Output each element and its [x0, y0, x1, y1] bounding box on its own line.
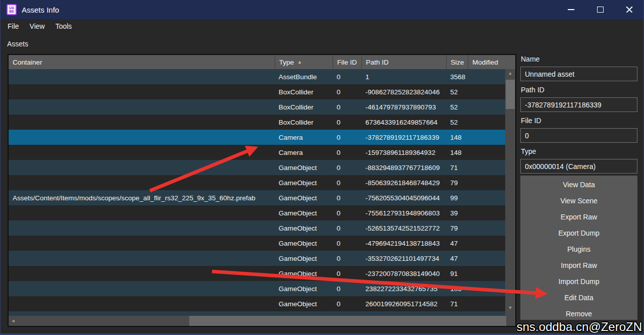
minimize-button[interactable] [556, 0, 585, 19]
menu-file[interactable]: File [7, 21, 20, 31]
column-header-type[interactable]: Type ▲ [275, 55, 333, 69]
table-row[interactable]: GameObject0-755612793194890680339 [9, 205, 505, 220]
window-title: Assets Info [22, 6, 59, 14]
cell-path-id: 1 [361, 73, 446, 81]
close-button[interactable] [615, 0, 644, 19]
cell-file-id: 0 [333, 73, 361, 81]
asset-details-panel: Name Path ID File ID Type View Data View… [520, 52, 637, 320]
horizontal-scroll-track[interactable] [18, 316, 496, 326]
name-input[interactable] [520, 67, 637, 81]
cell-type: GameObject [275, 209, 333, 217]
export-raw-button[interactable]: Export Raw [520, 209, 637, 225]
table-row[interactable]: GameObject0-479694219413871884347 [9, 236, 505, 251]
scroll-up-icon[interactable]: ▲ [505, 69, 515, 77]
cell-file-id: 0 [333, 179, 361, 187]
cell-path-id: -5265135742521522772 [361, 225, 446, 232]
path-id-input[interactable] [520, 97, 637, 112]
edit-data-button[interactable]: Edit Data [520, 290, 637, 306]
table-row[interactable]: Camera0-3782789192117186339148 [9, 130, 505, 145]
table-row[interactable] [9, 311, 505, 316]
table-header: Container Type ▲ File ID Path ID Size Mo… [9, 55, 515, 69]
cell-size: 71 [446, 164, 468, 172]
cell-type: GameObject [275, 179, 333, 187]
file-id-label: File ID [521, 117, 637, 126]
import-raw-button[interactable]: Import Raw [520, 257, 637, 273]
cell-path-id: -7556127931948906803 [361, 209, 446, 217]
cell-size: 52 [446, 119, 468, 126]
cell-size: 52 [446, 88, 468, 96]
cell-type: GameObject [275, 285, 333, 293]
cell-size: 148 [446, 149, 468, 156]
maximize-button[interactable] [585, 0, 615, 19]
cell-file-id: 0 [333, 255, 361, 262]
cell-size: 91 [446, 270, 468, 277]
cell-path-id: 2382272233432765735 [361, 285, 446, 293]
cell-type: BoxCollider [275, 103, 333, 111]
table-row[interactable]: Camera0-159738961189364932148 [9, 145, 505, 160]
uabe-app-icon: UA BE [7, 4, 17, 15]
file-id-input[interactable] [520, 128, 637, 143]
scroll-left-icon[interactable]: ◄ [9, 316, 18, 326]
cell-type: GameObject [275, 164, 333, 172]
cell-path-id: -8506392618468748429 [361, 179, 446, 187]
table-row[interactable]: BoxCollider0-908627825282382404652 [9, 84, 505, 99]
cell-path-id: 6736433916249857664 [361, 119, 446, 126]
column-header-file-id[interactable]: File ID [333, 55, 361, 69]
cell-file-id: 0 [333, 225, 361, 232]
horizontal-scrollbar[interactable]: ◄ ► [9, 316, 515, 326]
vertical-scrollbar[interactable]: ▲ ▼ [505, 69, 515, 316]
cell-type: Camera [275, 149, 333, 156]
assets-table: Container Type ▲ File ID Path ID Size Mo… [8, 54, 516, 327]
menu-tools[interactable]: Tools [55, 21, 73, 31]
table-body: AssetBundle013568BoxCollider0-9086278252… [9, 69, 505, 316]
cell-path-id: -7562055304045096044 [361, 194, 446, 202]
close-icon [626, 6, 633, 13]
table-row[interactable]: GameObject0-526513574252152277279 [9, 220, 505, 236]
cell-file-id: 0 [333, 240, 361, 247]
column-header-size[interactable]: Size [446, 55, 468, 69]
cell-size: 52 [446, 103, 468, 111]
table-row[interactable]: GameObject02382272233432765735103 [9, 281, 505, 296]
table-row[interactable]: GameObject0-850639261846874842979 [9, 175, 505, 190]
table-row[interactable]: AssetBundle013568 [9, 69, 505, 84]
cell-path-id: -2372007870838149040 [361, 270, 446, 277]
import-dump-button[interactable]: Import Dump [520, 273, 637, 290]
cell-size: 71 [446, 300, 468, 308]
cell-size: 148 [446, 134, 468, 141]
cell-path-id: -461479787937890793 [361, 103, 446, 111]
type-label: Type [521, 147, 637, 156]
plugins-button[interactable]: Plugins [520, 241, 637, 257]
cell-type: BoxCollider [275, 119, 333, 126]
table-row[interactable]: GameObject0-353270262110149773447 [9, 251, 505, 266]
cell-type: GameObject [275, 225, 333, 232]
menu-view[interactable]: View [29, 21, 45, 31]
cell-size: 39 [446, 209, 468, 217]
column-header-path-id[interactable]: Path ID [361, 55, 446, 69]
cell-file-id: 0 [333, 134, 361, 141]
cell-file-id: 0 [333, 194, 361, 202]
cell-file-id: 0 [333, 149, 361, 156]
column-header-container[interactable]: Container [9, 55, 275, 69]
table-row[interactable]: GameObject0260019926095171458271 [9, 296, 505, 311]
cell-size: 99 [446, 194, 468, 202]
table-row[interactable]: GameObject0-883294893776771860971 [9, 160, 505, 175]
window-controls [556, 0, 644, 19]
type-input[interactable] [520, 159, 637, 174]
cell-type: Camera [275, 134, 333, 141]
watermark: sns.oddba.cn@ZeroZN [517, 320, 642, 334]
table-row[interactable]: BoxCollider0-46147978793789079352 [9, 99, 505, 115]
table-row[interactable]: GameObject0-237200787083814904091 [9, 266, 505, 281]
export-dump-button[interactable]: Export Dump [520, 225, 637, 241]
view-data-button[interactable]: View Data [520, 177, 637, 193]
sort-ascending-icon: ▲ [297, 60, 302, 65]
table-row[interactable]: Assets/Content/Items/mods/scopes/scope_a… [9, 190, 505, 205]
vertical-scroll-thumb[interactable] [506, 80, 515, 109]
path-id-label: Path ID [521, 86, 637, 95]
cell-type: GameObject [275, 270, 333, 277]
column-header-modified[interactable]: Modified [468, 55, 515, 69]
scroll-down-icon[interactable]: ▼ [505, 304, 515, 312]
view-scene-button[interactable]: View Scene [520, 193, 637, 209]
table-row[interactable]: BoxCollider0673643391624985766452 [9, 115, 505, 130]
cell-file-id: 0 [333, 285, 361, 293]
horizontal-scroll-thumb[interactable] [189, 316, 506, 326]
